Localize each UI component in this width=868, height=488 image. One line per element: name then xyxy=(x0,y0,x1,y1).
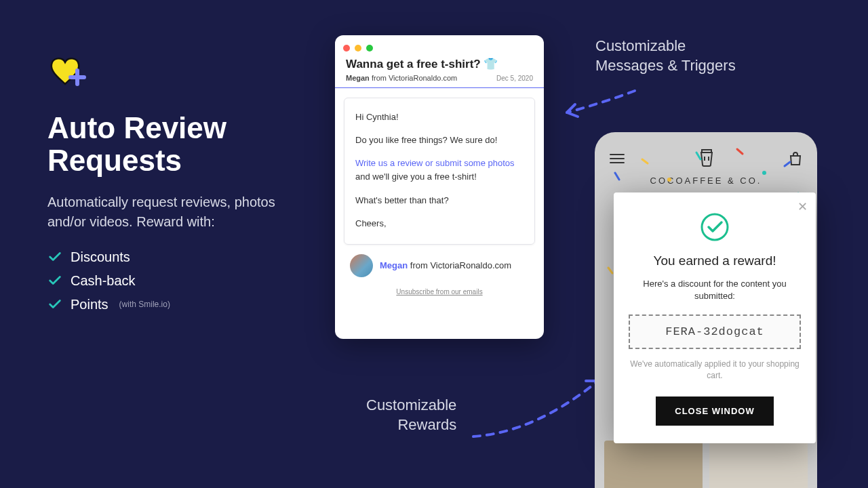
email-date: Dec 5, 2020 xyxy=(496,75,533,82)
close-window-button[interactable]: CLOSE WINDOW xyxy=(656,396,773,426)
annotation-rewards: Customizable Rewards xyxy=(366,396,456,434)
email-header: Wanna get a free t-shirt? 👕 Megan from V… xyxy=(335,54,544,88)
phone-header xyxy=(595,132,817,173)
discount-code[interactable]: FERA-32dogcat xyxy=(629,314,801,349)
menu-icon[interactable] xyxy=(610,153,625,164)
phone-brand: COCOAFFEE & CO. xyxy=(595,176,817,186)
check-icon xyxy=(47,297,62,312)
reward-title: You earned a reward! xyxy=(629,253,801,268)
avatar xyxy=(350,254,373,277)
close-icon[interactable] xyxy=(343,45,350,52)
bullet-cashback: Cash-back xyxy=(47,273,278,289)
close-icon[interactable]: ✕ xyxy=(797,199,808,214)
review-link[interactable]: Write us a review or submit some photos xyxy=(355,158,515,168)
email-preview-card: Wanna get a free t-shirt? 👕 Megan from V… xyxy=(335,35,544,339)
unsubscribe-link[interactable]: Unsubscribe from our emails xyxy=(335,288,544,296)
email-footer: Megan from VictoriaRonaldo.com xyxy=(335,251,544,277)
page-subtitle: Automatically request reviews, photos an… xyxy=(47,192,278,232)
check-icon xyxy=(47,273,62,288)
svg-line-11 xyxy=(608,268,612,273)
phone-product-images xyxy=(595,441,817,488)
annotation-messages-triggers: Customizable Messages & Triggers xyxy=(595,37,736,75)
reward-applied-note: We've automatically applied it to your s… xyxy=(629,359,801,382)
footer-from: Megan from VictoriaRonaldo.com xyxy=(380,260,511,270)
reward-modal: ✕ You earned a reward! Here's a discount… xyxy=(614,192,816,443)
email-body: Hi Cynthia! Do you like free things? We … xyxy=(344,98,535,245)
reward-subtitle: Here's a discount for the content you su… xyxy=(629,278,801,302)
window-controls xyxy=(335,39,544,54)
bullet-points: Points (with Smile.io) xyxy=(47,297,278,312)
heart-plus-icon xyxy=(47,54,88,85)
check-circle-icon xyxy=(629,211,801,245)
email-subject: Wanna get a free t-shirt? 👕 xyxy=(346,57,533,71)
cup-icon xyxy=(698,147,715,170)
minimize-icon[interactable] xyxy=(355,45,361,52)
maximize-icon[interactable] xyxy=(366,45,373,52)
email-from: Megan from VictoriaRonaldo.com xyxy=(346,74,457,82)
bag-icon[interactable] xyxy=(789,151,802,166)
left-column: Auto Review Requests Automatically reque… xyxy=(47,54,278,321)
page-title: Auto Review Requests xyxy=(47,112,278,178)
bullet-discounts: Discounts xyxy=(47,249,278,265)
reward-bullet-list: Discounts Cash-back Points (with Smile.i… xyxy=(47,249,278,312)
svg-point-16 xyxy=(702,214,728,240)
check-icon xyxy=(47,249,62,264)
arrow-top xyxy=(555,83,643,133)
arrow-bottom xyxy=(467,371,609,449)
